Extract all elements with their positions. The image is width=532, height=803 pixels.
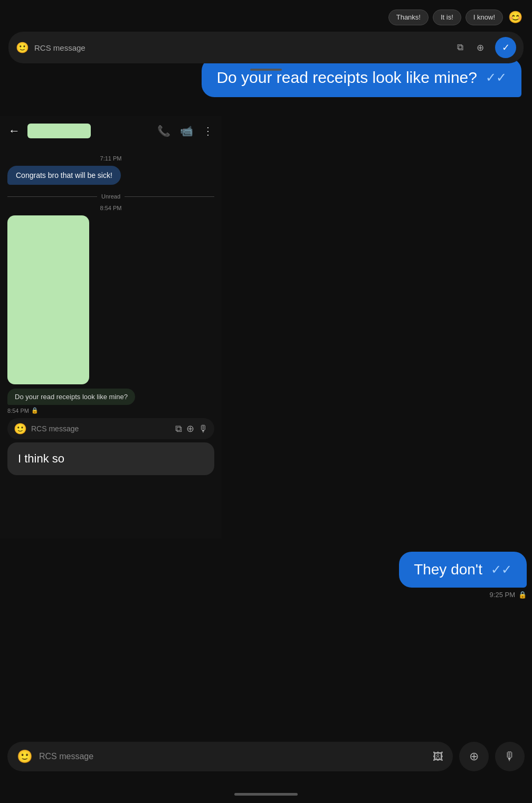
messages-list: 7:11 PM Congrats bro that will be sick! …: [0, 146, 222, 485]
video-icon[interactable]: 📹: [180, 125, 193, 137]
message-time-2b: 8:54 PM: [7, 408, 29, 414]
chat-header: ← 📞 📹 ⋮: [0, 116, 222, 146]
they-dont-time: 9:25 PM: [490, 591, 515, 599]
chat-input-placeholder[interactable]: RCS message: [31, 424, 171, 433]
message-meta-2: 8:54 PM 🔒: [7, 407, 214, 414]
typing-text: I think so: [18, 452, 64, 465]
emoji-button-top[interactable]: 🙂: [16, 41, 29, 54]
header-icons: 📞 📹 ⋮: [157, 125, 213, 137]
they-dont-meta: 9:25 PM 🔒: [490, 591, 527, 599]
message-text-1: Congrats bro that will be sick!: [16, 171, 112, 180]
home-bar: [234, 793, 298, 796]
unread-label: Unread: [101, 193, 120, 200]
emoji-button-chat[interactable]: 🙂: [14, 422, 27, 435]
they-dont-lock: 🔒: [518, 591, 527, 599]
bottom-input-placeholder[interactable]: RCS message: [39, 752, 426, 761]
add-icon-top[interactable]: ⊕: [473, 40, 488, 55]
mic-icon-chat[interactable]: 🎙: [198, 423, 208, 434]
chip-it-is[interactable]: It is!: [433, 10, 461, 25]
unread-divider: Unread: [7, 193, 214, 200]
top-input-bar: 🙂 RCS message ⧉ ⊕ ✓: [8, 32, 524, 63]
phone-icon[interactable]: 📞: [157, 125, 170, 137]
chip-emoji[interactable]: 😊: [507, 10, 524, 25]
they-dont-bubble: They don't ✓✓: [399, 552, 527, 588]
received-image: [7, 215, 89, 384]
lock-icon-2: 🔒: [31, 407, 39, 414]
more-icon[interactable]: ⋮: [203, 125, 213, 137]
add-icon-chat[interactable]: ⊕: [186, 423, 194, 434]
unread-line-right: [125, 196, 214, 197]
mic-button-bottom[interactable]: 🎙: [495, 742, 525, 771]
they-dont-check: ✓✓: [491, 562, 512, 577]
gallery-icon-chat[interactable]: ⧉: [175, 423, 182, 434]
back-button[interactable]: ←: [8, 124, 20, 138]
chip-i-know[interactable]: I know!: [466, 10, 503, 25]
top-input-placeholder[interactable]: RCS message: [34, 43, 448, 52]
add-icon-bottom: ⊕: [469, 750, 479, 763]
contact-name-redacted: [27, 124, 91, 138]
bottom-input-bar: 🙂 RCS message 🖼 ⊕ 🎙: [0, 742, 532, 771]
mic-icon-bottom: 🎙: [504, 750, 516, 763]
add-button-bottom[interactable]: ⊕: [459, 742, 489, 771]
message-bubble-2: Do your read receipts look like mine?: [7, 389, 135, 405]
message-text-2: Do your read receipts look like mine?: [15, 393, 128, 401]
chat-inner-input-bar[interactable]: 🙂 RCS message ⧉ ⊕ 🎙: [7, 418, 214, 439]
chat-window: ← 📞 📹 ⋮ 7:11 PM Congrats bro that will b…: [0, 116, 222, 539]
bottom-input-pill[interactable]: 🙂 RCS message 🖼: [7, 742, 453, 771]
send-button-top[interactable]: ✓: [495, 37, 516, 58]
message-bubble-1: Congrats bro that will be sick!: [7, 166, 121, 185]
emoji-button-bottom[interactable]: 🙂: [17, 749, 33, 764]
chip-thanks[interactable]: Thanks!: [388, 10, 429, 25]
gallery-icon-bottom[interactable]: 🖼: [433, 751, 443, 763]
timestamp-2: 8:54 PM: [7, 205, 214, 211]
they-dont-text: They don't: [414, 561, 482, 578]
divider-handle: [250, 69, 282, 71]
they-dont-area: They don't ✓✓ 9:25 PM 🔒: [399, 552, 527, 599]
check-icon-top: ✓: [502, 42, 510, 53]
suggestion-chips: Thanks! It is! I know! 😊: [8, 10, 524, 25]
top-overlay: Thanks! It is! I know! 😊 🙂 RCS message ⧉…: [0, 0, 532, 73]
typing-bubble: I think so: [7, 442, 214, 475]
copy-icon-top[interactable]: ⧉: [453, 40, 468, 55]
unread-line-left: [7, 196, 97, 197]
timestamp-1: 7:11 PM: [7, 155, 214, 162]
